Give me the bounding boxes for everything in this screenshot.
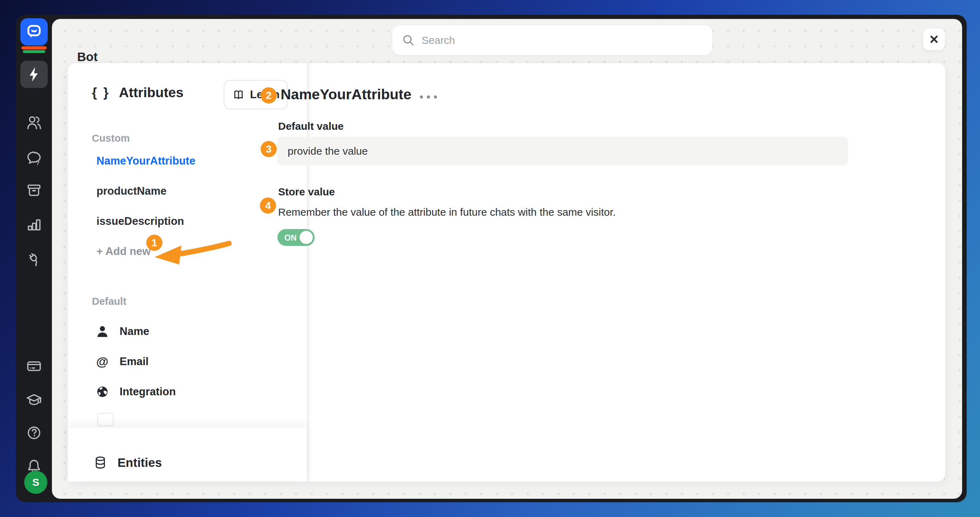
- sidebar-item-bot-active[interactable]: [20, 61, 48, 88]
- svg-text:?: ?: [36, 160, 39, 167]
- entities-section[interactable]: Entities: [68, 428, 307, 482]
- default-item-partial: [97, 412, 114, 426]
- default-item-label: Email: [119, 355, 149, 368]
- bot-workspace: Bot { } Attributes: [52, 19, 962, 499]
- default-item-email[interactable]: @ Email: [95, 354, 149, 369]
- chatbot-logo[interactable]: [20, 18, 48, 53]
- user-avatar[interactable]: S: [24, 471, 47, 494]
- annotation-badge-2: 2: [261, 87, 277, 103]
- globe-icon: [95, 384, 110, 399]
- person-icon: [95, 324, 110, 339]
- default-section-label: Default: [92, 296, 126, 307]
- annotation-badge-3: 3: [261, 141, 277, 157]
- sidebar-item-help[interactable]: [23, 423, 45, 443]
- logo-orange-layer: [21, 46, 47, 49]
- store-value-description: Remember the value of the attribute in f…: [278, 206, 616, 218]
- annotation-arrow: [151, 239, 232, 266]
- close-icon: [927, 32, 941, 46]
- search-icon: [402, 33, 415, 48]
- store-value-label: Store value: [278, 186, 335, 198]
- app-window: ?: [16, 15, 967, 502]
- help-circle-icon: [25, 424, 43, 442]
- book-icon: [232, 88, 245, 101]
- learn-button[interactable]: Learn: [224, 80, 288, 110]
- avatar-initial: S: [32, 476, 39, 488]
- toggle-knob: [299, 231, 313, 244]
- users-icon: [25, 114, 43, 131]
- credit-card-icon: [25, 357, 43, 375]
- svg-text:@: @: [96, 355, 108, 369]
- page-title: Bot: [77, 50, 97, 64]
- sidebar: ?: [16, 15, 52, 502]
- sidebar-item-billing[interactable]: [23, 356, 45, 376]
- attribute-item-issuedescription[interactable]: issueDescription: [97, 215, 184, 227]
- search-input[interactable]: [421, 34, 703, 47]
- sidebar-item-chats[interactable]: ?: [23, 148, 45, 168]
- braces-icon: { }: [92, 85, 110, 100]
- database-icon: [93, 455, 108, 470]
- attribute-detail-panel: 2 NameYourAttribute Default value 3 Stor…: [310, 63, 945, 482]
- bar-chart-icon: [25, 215, 43, 233]
- store-value-toggle[interactable]: ON: [277, 229, 315, 246]
- attribute-item-productname[interactable]: productName: [97, 185, 167, 197]
- search-bar[interactable]: [393, 25, 713, 55]
- sidebar-item-academy[interactable]: [23, 390, 45, 409]
- plug-icon: [25, 250, 43, 267]
- default-item-label: Name: [119, 325, 149, 338]
- attributes-header: { } Attributes: [92, 85, 183, 100]
- default-value-input[interactable]: [277, 137, 848, 165]
- default-value-label: Default value: [278, 120, 344, 132]
- annotation-badge-4: 4: [260, 197, 276, 213]
- entities-label: Entities: [118, 456, 162, 470]
- lightning-bolt-icon: [25, 65, 43, 83]
- toggle-on-label: ON: [285, 233, 297, 243]
- attributes-title: Attributes: [119, 85, 183, 100]
- archive-icon: [25, 181, 43, 199]
- sidebar-item-integrations[interactable]: [23, 249, 45, 268]
- chatbot-logo-icon: [20, 18, 48, 46]
- attribute-detail-title: NameYourAttribute: [281, 86, 411, 103]
- logo-green-layer: [23, 50, 45, 53]
- ellipsis-icon: [420, 95, 423, 99]
- ellipsis-menu-button[interactable]: [418, 93, 439, 101]
- attribute-item-nameyourattribute[interactable]: NameYourAttribute: [97, 155, 196, 167]
- default-item-label: Integration: [119, 385, 176, 398]
- sidebar-item-archives[interactable]: [23, 180, 45, 200]
- close-button[interactable]: [923, 29, 945, 50]
- chat-question-icon: ?: [25, 150, 43, 167]
- sidebar-item-users[interactable]: [23, 113, 45, 132]
- default-item-name[interactable]: Name: [95, 324, 149, 339]
- sidebar-item-reports[interactable]: [23, 214, 45, 234]
- custom-section-label: Custom: [92, 133, 130, 144]
- graduation-cap-icon: [25, 391, 43, 408]
- add-new-attribute-button[interactable]: + Add new: [97, 245, 151, 258]
- attributes-modal: { } Attributes Learn Custom NameYourAttr…: [68, 63, 945, 482]
- at-sign-icon: @: [95, 354, 110, 369]
- default-item-integration[interactable]: Integration: [95, 384, 176, 399]
